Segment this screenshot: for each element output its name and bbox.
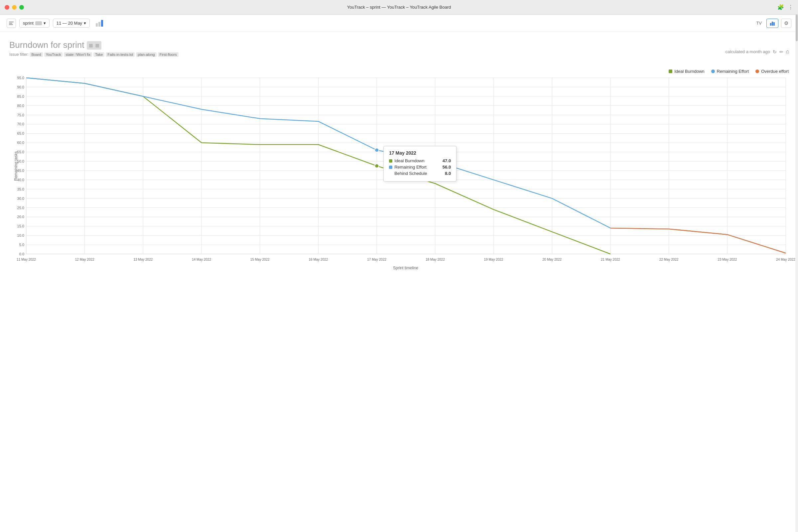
legend-ideal-label: Ideal Burndown: [674, 69, 704, 74]
svg-text:65.0: 65.0: [17, 131, 24, 135]
svg-text:55.0: 55.0: [17, 150, 24, 154]
svg-text:95.0: 95.0: [17, 76, 24, 80]
svg-text:45.0: 45.0: [17, 169, 24, 173]
sprint-dropdown-icon: ▾: [43, 21, 46, 25]
svg-rect-2: [9, 24, 13, 25]
svg-rect-0: [9, 22, 14, 22]
svg-text:0.0: 0.0: [19, 252, 24, 256]
chart-icon: [770, 20, 775, 26]
ideal-burndown-dot: [669, 70, 672, 73]
titlebar-actions: 🧩 ⋮: [777, 4, 793, 10]
svg-text:20.0: 20.0: [17, 215, 24, 219]
legend-overdue-label: Overdue effort: [761, 69, 789, 74]
tooltip-remaining-icon: [389, 166, 392, 169]
svg-point-75: [375, 148, 379, 152]
svg-text:21 May 2022: 21 May 2022: [601, 258, 620, 261]
svg-text:85.0: 85.0: [17, 94, 24, 98]
svg-rect-3: [770, 23, 772, 25]
svg-text:15 May 2022: 15 May 2022: [250, 258, 270, 261]
titlebar: YouTrack – sprint — YouTrack – YouTrack …: [0, 0, 798, 15]
chart-view-button[interactable]: [766, 19, 778, 28]
sprint-selector[interactable]: sprint ▾: [19, 19, 50, 27]
more-options-icon[interactable]: ⋮: [788, 4, 793, 10]
svg-text:11 May 2022: 11 May 2022: [17, 258, 36, 261]
edit-icon[interactable]: ✏: [779, 49, 783, 55]
svg-text:70.0: 70.0: [17, 122, 24, 126]
filter-tags: Board YouTrack state: !Won't fix Take Fa…: [30, 52, 178, 57]
legend-remaining-effort: Remaining Effort: [711, 69, 749, 74]
tooltip-behind-spacer: [389, 172, 392, 175]
svg-text:10.0: 10.0: [17, 233, 24, 238]
svg-text:20 May 2022: 20 May 2022: [542, 258, 562, 261]
x-axis-label: Sprint timeline: [393, 266, 418, 270]
svg-text:19 May 2022: 19 May 2022: [484, 258, 504, 261]
legend-overdue-effort: Overdue effort: [756, 69, 789, 74]
legend-ideal-burndown: Ideal Burndown: [669, 69, 704, 74]
print-icon[interactable]: ⎙: [786, 49, 789, 55]
filter-tag: YouTrack: [44, 52, 63, 57]
filter-tag: state: !Won't fix: [64, 52, 92, 57]
extensions-icon[interactable]: 🧩: [777, 4, 784, 10]
filter-tag: Board: [30, 52, 42, 57]
main-content: Burndown for sprint ■ ■ Issue filter: Bo…: [0, 32, 798, 532]
overdue-effort-dot: [756, 70, 759, 73]
tooltip-behind: Behind Schedule 8.0: [389, 171, 451, 176]
tooltip-ideal-label: Ideal Burndown: [394, 158, 439, 163]
sprint-icon-btn[interactable]: [7, 19, 16, 28]
filter-tag: plan-along: [136, 52, 156, 57]
tv-button[interactable]: TV: [754, 19, 764, 27]
svg-text:75.0: 75.0: [17, 113, 24, 117]
filter-tag: Fails-in-tests-lol: [106, 52, 135, 57]
svg-text:16 May 2022: 16 May 2022: [309, 258, 328, 261]
tooltip-remaining-label: Remaining Effort: [394, 165, 439, 170]
svg-text:22 May 2022: 22 May 2022: [659, 258, 679, 261]
svg-text:15.0: 15.0: [17, 224, 24, 228]
y-axis-label: Remaining tasks: [14, 151, 18, 181]
remaining-effort-dot: [711, 70, 715, 73]
svg-text:12 May 2022: 12 May 2022: [75, 258, 94, 261]
window-controls: [5, 5, 24, 10]
window-title: YouTrack – sprint — YouTrack – YouTrack …: [347, 5, 451, 10]
toolbar: sprint ▾ 11 — 20 May ▾ TV ⚙: [0, 15, 798, 32]
svg-point-74: [375, 164, 379, 168]
svg-text:60.0: 60.0: [17, 141, 24, 145]
svg-text:90.0: 90.0: [17, 85, 24, 89]
burndown-chart: Remaining tasks 0.05.010.015.020.025.030…: [9, 78, 789, 271]
refresh-icon[interactable]: ↻: [773, 49, 777, 55]
settings-button[interactable]: ⚙: [781, 19, 791, 28]
tooltip-behind-label: Behind Schedule: [394, 171, 439, 176]
scrollbar-thumb[interactable]: [796, 15, 798, 41]
bar-1: [96, 23, 98, 26]
close-button[interactable]: [5, 5, 9, 10]
svg-text:35.0: 35.0: [17, 187, 24, 191]
bar-3: [101, 20, 103, 26]
issue-filter-bar: Issue filter: Board YouTrack state: !Won…: [9, 52, 178, 57]
legend-remaining-label: Remaining Effort: [717, 69, 749, 74]
svg-text:17 May 2022: 17 May 2022: [367, 258, 386, 261]
chart-legend: Ideal Burndown Remaining Effort Overdue …: [9, 69, 789, 74]
svg-text:80.0: 80.0: [17, 104, 24, 108]
tooltip-remaining-value: 56.0: [441, 165, 451, 170]
date-range-selector[interactable]: 11 — 20 May ▾: [53, 19, 90, 27]
date-range-label: 11 — 20 May: [57, 21, 82, 25]
filter-tag: First-floors: [158, 52, 178, 57]
svg-text:50.0: 50.0: [17, 159, 24, 163]
svg-text:25.0: 25.0: [17, 206, 24, 210]
svg-text:14 May 2022: 14 May 2022: [192, 258, 211, 261]
date-dropdown-icon: ▾: [84, 21, 86, 25]
sprint-bars: [96, 20, 103, 26]
minimize-button[interactable]: [12, 5, 17, 10]
sprint-label: sprint: [23, 21, 34, 25]
svg-text:18 May 2022: 18 May 2022: [425, 258, 445, 261]
calculated-info: calculated a month ago ↻ ✏ ⎙: [725, 49, 789, 55]
toolbar-right: TV ⚙: [754, 19, 791, 28]
maximize-button[interactable]: [19, 5, 24, 10]
tooltip-behind-value: 8.0: [441, 171, 451, 176]
chart-header: Burndown for sprint ■ ■ Issue filter: Bo…: [9, 40, 789, 63]
chart-tooltip: 17 May 2022 Ideal Burndown 47.0 Remainin…: [383, 146, 457, 182]
svg-text:30.0: 30.0: [17, 196, 24, 201]
tooltip-remaining: Remaining Effort 56.0: [389, 165, 451, 170]
scrollbar-track: [795, 15, 798, 532]
svg-text:23 May 2022: 23 May 2022: [718, 258, 737, 261]
tooltip-ideal: Ideal Burndown 47.0: [389, 158, 451, 163]
